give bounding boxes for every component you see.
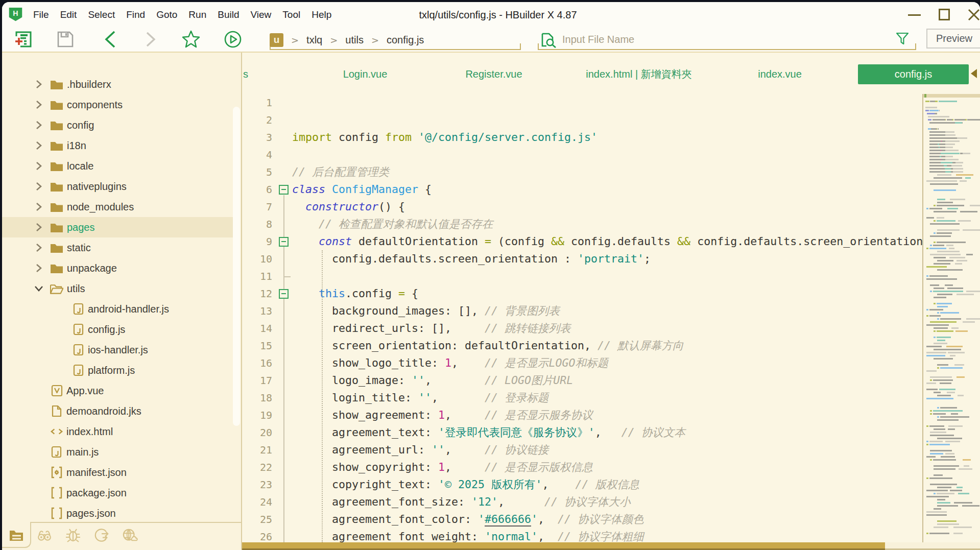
sidebar-item-components[interactable]: components <box>2 94 241 115</box>
menu-help[interactable]: Help <box>306 2 337 28</box>
chevron-right-icon[interactable] <box>34 181 44 192</box>
sidebar-item-pages-json[interactable]: pages.json <box>2 503 241 523</box>
sidebar-item-node-modules[interactable]: node_modules <box>2 197 241 217</box>
tab-login-vue[interactable]: Login.vue <box>343 64 388 84</box>
horizontal-scrollbar-thumb[interactable] <box>242 542 885 550</box>
chevron-right-icon[interactable] <box>34 263 44 273</box>
debug-icon[interactable] <box>65 528 81 543</box>
menu-select[interactable]: Select <box>82 2 121 28</box>
code-line-12[interactable]: this.config = { <box>292 285 418 302</box>
code-line-16[interactable]: show_logo_title: 1, // 是否显示LOGO和标题 <box>292 354 608 372</box>
sidebar-item-package-json[interactable]: package.json <box>2 483 241 503</box>
breadcrumb-segment[interactable]: utils <box>345 34 364 46</box>
code-line-19[interactable]: show_agreement: 1, // 是否显示服务协议 <box>292 406 593 424</box>
filter-funnel-icon[interactable] <box>896 32 911 47</box>
code-line-7[interactable]: constructor() { <box>292 198 405 216</box>
tab-register-vue[interactable]: Register.vue <box>465 64 522 84</box>
code-line-22[interactable]: show_copyright: 1, // 是否显示版权信息 <box>292 459 593 476</box>
tab-partial[interactable]: s <box>243 64 248 84</box>
favorite-star-button[interactable] <box>181 29 201 50</box>
menu-goto[interactable]: Goto <box>151 2 183 28</box>
search-input[interactable] <box>562 29 869 50</box>
chevron-right-icon[interactable] <box>34 120 44 130</box>
sidebar-item-android-handler-js[interactable]: android-handler.js <box>2 299 241 319</box>
menu-run[interactable]: Run <box>183 2 212 28</box>
chevron-right-icon[interactable] <box>34 161 44 171</box>
code-area[interactable]: 123import config from '@/config/server.c… <box>242 87 922 542</box>
code-line-13[interactable]: background_images: [], // 背景图列表 <box>292 302 560 320</box>
chevron-down-icon[interactable] <box>34 283 44 294</box>
sidebar-item-index-html[interactable]: index.html <box>2 421 241 442</box>
code-line-6[interactable]: class ConfigManager { <box>292 181 432 198</box>
fold-marker-icon[interactable] <box>279 185 289 195</box>
project-explorer-icon[interactable] <box>9 528 24 543</box>
code-line-21[interactable]: agreement_url: '', // 协议链接 <box>292 441 548 459</box>
sidebar-item-ios-handler-js[interactable]: ios-handler.js <box>2 340 241 360</box>
code-line-14[interactable]: redirect_urls: [], // 跳转链接列表 <box>292 320 571 337</box>
code-line-3[interactable]: import config from '@/config/server.conf… <box>292 129 597 146</box>
search-files-icon[interactable] <box>37 528 52 543</box>
tab-index-html-[interactable]: index.html | 新增資料夾 <box>586 64 691 84</box>
chevron-right-icon[interactable] <box>34 140 44 151</box>
code-line-17[interactable]: logo_image: '', // LOGO图片URL <box>292 372 573 389</box>
menu-build[interactable]: Build <box>212 2 245 28</box>
back-button[interactable] <box>100 29 121 50</box>
preview-button[interactable]: Preview <box>926 29 980 49</box>
sidebar-item-nativeplugins[interactable]: nativeplugins <box>2 176 241 197</box>
sidebar-item-config-js[interactable]: config.js <box>2 319 241 340</box>
sidebar-item-config[interactable]: config <box>2 115 241 135</box>
breadcrumb-segment[interactable]: config.js <box>387 34 424 46</box>
run-button[interactable] <box>223 29 243 50</box>
menu-file[interactable]: File <box>28 2 55 28</box>
menu-tool[interactable]: Tool <box>277 2 306 28</box>
code-line-24[interactable]: agreement_font_size: '12', // 协议字体大小 <box>292 493 631 511</box>
sidebar-item--hbuilderx[interactable]: .hbuilderx <box>2 74 241 94</box>
code-line-23[interactable]: copyright_text: '© 2025 版权所有', // 版权信息 <box>292 476 639 493</box>
sidebar-item-pages[interactable]: pages <box>2 217 241 237</box>
fold-marker-icon[interactable] <box>279 289 289 299</box>
chevron-right-icon[interactable] <box>34 79 44 89</box>
code-line-15[interactable]: screen_orientation: defaultOrientation, … <box>292 337 684 354</box>
close-button[interactable] <box>966 2 980 28</box>
tab-index-vue[interactable]: index.vue <box>758 64 802 84</box>
code-line-18[interactable]: login_title: '', // 登录标题 <box>292 389 548 406</box>
minimap-viewport-indicator[interactable] <box>923 94 980 98</box>
publish-icon[interactable] <box>94 528 110 543</box>
sidebar-item-utils[interactable]: utils <box>2 278 241 299</box>
sidebar-item-static[interactable]: static <box>2 237 241 258</box>
code-line-25[interactable]: agreement_font_color: '#666666', // 协议字体… <box>292 511 644 528</box>
code-line-5[interactable]: // 后台配置管理类 <box>292 163 389 181</box>
chevron-right-icon[interactable] <box>34 202 44 212</box>
sidebar-item-platform-js[interactable]: platform.js <box>2 360 241 380</box>
network-icon[interactable] <box>123 528 138 543</box>
breadcrumb-segment[interactable]: txlq <box>306 34 322 46</box>
tab-config-js-active[interactable]: config.js <box>858 64 969 84</box>
save-button[interactable] <box>55 29 76 50</box>
menu-edit[interactable]: Edit <box>55 2 83 28</box>
menu-find[interactable]: Find <box>121 2 151 28</box>
sidebar-item-manifest-json[interactable]: manifest.json <box>2 462 241 483</box>
sidebar-item-main-js[interactable]: main.js <box>2 442 241 462</box>
code-line-9[interactable]: const defaultOrientation = (config && co… <box>292 233 922 250</box>
fold-marker-icon[interactable] <box>279 237 289 247</box>
new-file-button[interactable] <box>13 29 34 50</box>
sidebar-item-demoandroid-jks[interactable]: demoandroid.jks <box>2 401 241 421</box>
minimap[interactable] <box>922 94 980 549</box>
code-line-26[interactable]: agreement_font_weight: 'normal', // 协议字体… <box>292 528 644 542</box>
sidebar-scrollbar[interactable] <box>233 107 240 426</box>
maximize-button[interactable] <box>937 2 955 28</box>
code-line-10[interactable]: config.defaults.screen_orientation : 'po… <box>292 250 651 268</box>
chevron-right-icon[interactable] <box>34 222 44 232</box>
chevron-right-icon[interactable] <box>34 100 44 110</box>
forward-button[interactable] <box>140 29 160 50</box>
tab-overflow-arrow-icon[interactable] <box>971 69 977 78</box>
minimize-button[interactable] <box>906 2 924 28</box>
sidebar-item-unpackage[interactable]: unpackage <box>2 258 241 278</box>
sidebar-item-i18n[interactable]: i18n <box>2 135 241 156</box>
chevron-right-icon[interactable] <box>34 243 44 253</box>
menu-view[interactable]: View <box>245 2 277 28</box>
sidebar-item-app-vue[interactable]: App.vue <box>2 380 241 401</box>
sidebar-item-locale[interactable]: locale <box>2 156 241 176</box>
code-line-8[interactable]: // 检查配置对象和默认值是否存在 <box>292 216 493 233</box>
code-line-20[interactable]: agreement_text: '登录即代表同意《服务协议》', // 协议文本 <box>292 424 685 441</box>
